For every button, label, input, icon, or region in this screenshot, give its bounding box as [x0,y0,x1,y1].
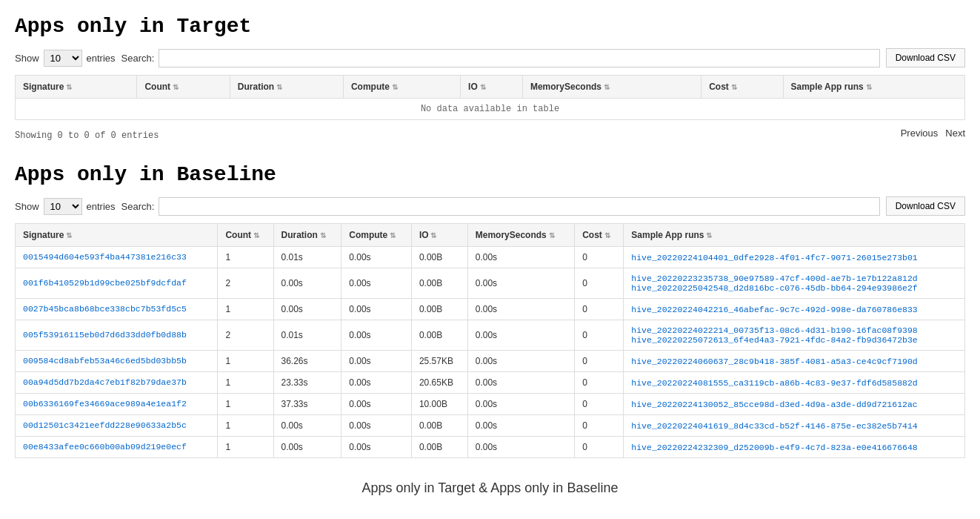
sample-run-link[interactable]: hive_20220224104401_0dfe2928-4f01-4fc7-9… [631,253,957,262]
entries-select-baseline[interactable]: 10 25 50 100 [44,198,82,215]
cell-cost: 0 [575,268,624,299]
col-duration-baseline[interactable]: Duration [273,224,341,247]
cell-signature: 005f53916115eb0d7d6d33dd0fb0d88b [16,320,218,351]
signature-link[interactable]: 001f6b410529b1d99cbe025bf9dcfdaf [23,278,187,288]
cell-count: 2 [218,320,273,351]
sample-run-link[interactable]: hive_20220224022214_00735f13-08c6-4d31-b… [631,325,957,335]
cell-compute: 0.00s [341,372,412,394]
cell-io: 0.00B [411,437,467,458]
col-cost-target[interactable]: Cost [701,76,783,99]
signature-link[interactable]: 00d12501c3421eefdd228e90633a2b5c [23,420,187,430]
pagination-target: Previous Next [901,128,965,139]
cell-signature: 009584cd8abfeb53a46c6ed5bd03bb5b [16,351,218,372]
cell-cost: 0 [575,437,624,458]
cell-duration: 36.26s [273,351,341,372]
sample-run-link[interactable]: hive_20220224232309_d252009b-e4f9-4c7d-8… [631,443,957,452]
entries-select-target[interactable]: 10 25 50 100 [44,50,82,67]
cell-cost: 0 [575,320,624,351]
cell-memory: 0.00s [467,394,574,415]
cell-signature: 0027b45bca8b68bce338cbc7b53fd5c5 [16,299,218,320]
download-csv-target[interactable]: Download CSV [886,48,965,67]
col-count-target[interactable]: Count [137,76,230,99]
col-io-target[interactable]: IO [461,76,523,99]
section-baseline: Apps only in Baseline Show 10 25 50 100 … [15,163,965,458]
sample-run-link[interactable]: hive_20220224130052_85cce98d-d3ed-4d9a-a… [631,400,957,409]
cell-io: 10.00B [411,394,467,415]
section-baseline-title: Apps only in Baseline [15,163,965,186]
sample-run-link[interactable]: hive_20220224081555_ca3119cb-a86b-4c83-9… [631,378,957,388]
signature-link[interactable]: 00a94d5dd7b2da4c7eb1f82b79dae37b [23,377,187,387]
prev-btn-target[interactable]: Previous [901,128,939,139]
col-signature-baseline[interactable]: Signature [16,224,218,247]
signature-link[interactable]: 0015494d604e593f4ba447381e216c33 [23,252,187,262]
sample-run-link[interactable]: hive_20220224041619_8d4c33cd-b52f-4146-8… [631,421,957,431]
page-caption: Apps only in Target & Apps only in Basel… [15,480,965,496]
table-row: 00b6336169fe34669ace989a4e1ea1f2137.33s0… [16,394,965,415]
col-cost-baseline[interactable]: Cost [575,224,624,247]
cell-compute: 0.00s [341,320,412,351]
sample-run-link[interactable]: hive_20220223235738_90e97589-47cf-400d-a… [631,274,957,283]
cell-io: 0.00B [411,415,467,437]
entries-label-target: entries [87,53,116,64]
cell-compute: 0.00s [341,299,412,320]
cell-sample: hive_20220223235738_90e97589-47cf-400d-a… [624,268,965,299]
col-memory-baseline[interactable]: MemorySeconds [467,224,574,247]
cell-memory: 0.00s [467,372,574,394]
cell-io: 0.00B [411,299,467,320]
cell-signature: 00d12501c3421eefdd228e90633a2b5c [16,415,218,437]
cell-count: 1 [218,372,273,394]
showing-text-target: Showing 0 to 0 of 0 entries [15,130,159,141]
col-signature-target[interactable]: Signature [16,76,137,99]
search-input-target[interactable] [159,49,879,67]
col-compute-target[interactable]: Compute [343,76,460,99]
cell-duration: 0.00s [273,415,341,437]
cell-sample: hive_20220224104401_0dfe2928-4f01-4fc7-9… [624,247,965,268]
next-btn-target[interactable]: Next [945,128,965,139]
signature-link[interactable]: 009584cd8abfeb53a46c6ed5bd03bb5b [23,356,187,366]
sample-run-link[interactable]: hive_20220224042216_46abefac-9c7c-492d-9… [631,305,957,314]
cell-signature: 00e8433afee0c660b00ab09d219e0ecf [16,437,218,458]
cell-count: 1 [218,415,273,437]
col-sample-baseline[interactable]: Sample App runs [624,224,965,247]
signature-link[interactable]: 005f53916115eb0d7d6d33dd0fb0d88b [23,330,187,340]
cell-compute: 0.00s [341,437,412,458]
search-label-target: Search: [121,53,155,64]
cell-count: 1 [218,299,273,320]
signature-link[interactable]: 00b6336169fe34669ace989a4e1ea1f2 [23,399,187,409]
cell-duration: 0.01s [273,247,341,268]
sample-run-link[interactable]: hive_20220225072613_6f4ed4a3-7921-4fdc-8… [631,335,957,345]
sample-run-link[interactable]: hive_20220224060637_28c9b418-385f-4081-a… [631,357,957,366]
show-label-baseline: Show [15,201,39,212]
section-baseline-controls: Show 10 25 50 100 entries Search: Downlo… [15,196,965,216]
cell-compute: 0.00s [341,351,412,372]
cell-cost: 0 [575,394,624,415]
cell-cost: 0 [575,351,624,372]
signature-link[interactable]: 00e8433afee0c660b00ab09d219e0ecf [23,442,187,452]
cell-signature: 00b6336169fe34669ace989a4e1ea1f2 [16,394,218,415]
cell-sample: hive_20220224130052_85cce98d-d3ed-4d9a-a… [624,394,965,415]
col-io-baseline[interactable]: IO [411,224,467,247]
cell-memory: 0.00s [467,320,574,351]
search-input-baseline[interactable] [159,197,879,216]
section-target: Apps only in Target Show 10 25 50 100 en… [15,15,965,141]
col-memory-target[interactable]: MemorySeconds [522,76,701,99]
cell-sample: hive_20220224232309_d252009b-e4f9-4c7d-8… [624,437,965,458]
no-data-row-target: No data available in table [16,99,965,120]
download-csv-baseline[interactable]: Download CSV [886,196,965,216]
cell-io: 20.65KB [411,372,467,394]
cell-cost: 0 [575,299,624,320]
section-target-controls: Show 10 25 50 100 entries Search: Downlo… [15,48,965,67]
sample-run-link[interactable]: hive_20220225042548_d2d816bc-c076-45db-b… [631,283,957,293]
cell-io: 0.00B [411,268,467,299]
table-row: 0015494d604e593f4ba447381e216c3310.01s0.… [16,247,965,268]
cell-duration: 23.33s [273,372,341,394]
cell-cost: 0 [575,247,624,268]
col-compute-baseline[interactable]: Compute [341,224,412,247]
col-count-baseline[interactable]: Count [218,224,273,247]
col-duration-target[interactable]: Duration [230,76,343,99]
cell-memory: 0.00s [467,437,574,458]
cell-io: 0.00B [411,320,467,351]
signature-link[interactable]: 0027b45bca8b68bce338cbc7b53fd5c5 [23,304,187,314]
col-sample-target[interactable]: Sample App runs [783,76,965,99]
table-row: 005f53916115eb0d7d6d33dd0fb0d88b20.01s0.… [16,320,965,351]
